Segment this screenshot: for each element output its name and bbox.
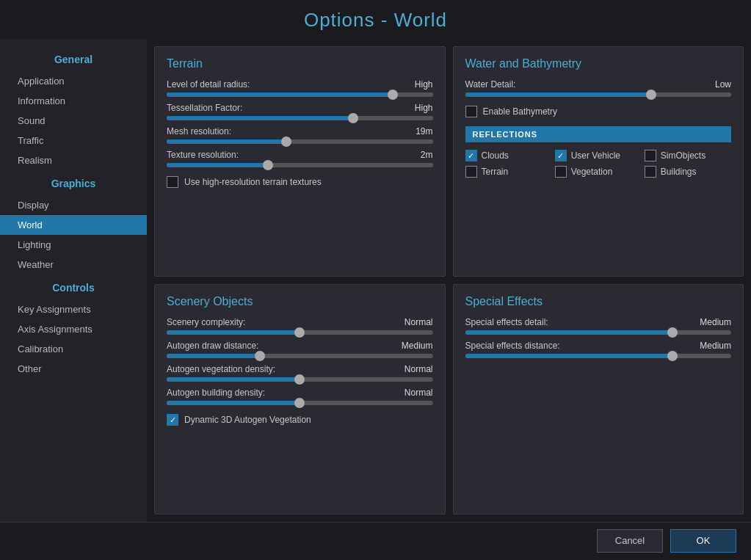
reflect-buildings-label: Buildings (661, 167, 697, 177)
terrain-texture-track[interactable] (167, 163, 433, 167)
cancel-button[interactable]: Cancel (597, 529, 663, 553)
reflect-terrain-checkbox[interactable] (465, 166, 477, 178)
sidebar-item-application[interactable]: Application (0, 71, 147, 91)
page-title: Options - World (0, 0, 751, 39)
sidebar-item-axis-assignments[interactable]: Axis Assignments (0, 319, 147, 339)
water-panel: Water and Bathymetry Water Detail: Low E… (453, 46, 744, 277)
bathymetry-label: Enable Bathymetry (483, 106, 557, 117)
water-detail-value: Low (715, 79, 731, 90)
reflect-terrain-label: Terrain (482, 167, 509, 177)
ok-button[interactable]: OK (670, 529, 736, 553)
footer: Cancel OK (0, 522, 751, 559)
reflect-buildings-item: Buildings (645, 166, 731, 178)
autogen-bld-track[interactable] (167, 401, 433, 405)
autogen-bld-row: Autogen building density: Normal (167, 388, 433, 405)
sidebar-item-information[interactable]: Information (0, 91, 147, 111)
reflect-clouds-checkbox[interactable] (465, 150, 477, 161)
terrain-texture-value: 2m (421, 150, 433, 160)
terrain-lod-track[interactable] (167, 92, 433, 97)
terrain-texture-label: Texture resolution: (167, 150, 239, 160)
terrain-hires-row: Use high-resolution terrain textures (167, 176, 433, 188)
sidebar-item-calibration[interactable]: Calibration (0, 339, 147, 359)
reflect-vegetation-checkbox[interactable] (555, 166, 567, 178)
water-title: Water and Bathymetry (465, 57, 732, 70)
special-effects-title: Special Effects (465, 295, 732, 308)
terrain-lod-row: Level of detail radius: High (167, 79, 433, 97)
reflections-grid: Clouds User Vehicle SimObjects Terrain V… (465, 150, 732, 178)
autogen-dist-row: Autogen draw distance: Medium (167, 341, 433, 358)
reflect-user-vehicle-item: User Vehicle (555, 150, 642, 161)
autogen-dist-track[interactable] (167, 354, 433, 358)
reflect-vegetation-item: Vegetation (555, 166, 642, 178)
sidebar-group-general: General (0, 46, 147, 71)
special-distance-track[interactable] (465, 354, 732, 358)
special-detail-label: Special effects detail: (465, 317, 548, 327)
sidebar-group-graphics: Graphics (0, 170, 147, 195)
sidebar: General Application Information Sound Tr… (0, 39, 147, 522)
terrain-mesh-value: 19m (416, 126, 432, 137)
terrain-tess-value: High (415, 103, 433, 113)
autogen-veg-value: Normal (404, 364, 433, 374)
terrain-mesh-row: Mesh resolution: 19m (167, 126, 433, 144)
terrain-title: Terrain (167, 57, 433, 70)
reflect-terrain-item: Terrain (465, 166, 552, 178)
reflect-user-vehicle-label: User Vehicle (571, 150, 620, 161)
scenery-complexity-value: Normal (404, 317, 433, 327)
special-distance-label: Special effects distance: (465, 341, 560, 351)
special-effects-panel: Special Effects Special effects detail: … (453, 284, 744, 514)
special-detail-row: Special effects detail: Medium (465, 317, 732, 335)
terrain-panel: Terrain Level of detail radius: High Tes… (154, 46, 446, 277)
reflect-user-vehicle-checkbox[interactable] (555, 150, 567, 161)
reflect-clouds-item: Clouds (465, 150, 552, 161)
dynamic-vegetation-row: Dynamic 3D Autogen Vegetation (167, 414, 433, 426)
reflect-clouds-label: Clouds (482, 150, 509, 161)
bathymetry-row: Enable Bathymetry (465, 106, 732, 117)
terrain-lod-label: Level of detail radius: (167, 79, 250, 90)
terrain-tess-row: Tessellation Factor: High (167, 103, 433, 120)
reflect-simobjects-checkbox[interactable] (645, 150, 656, 161)
dynamic-vegetation-checkbox[interactable] (167, 414, 178, 426)
terrain-mesh-track[interactable] (167, 139, 433, 144)
terrain-tess-track[interactable] (167, 116, 433, 120)
autogen-veg-track[interactable] (167, 377, 433, 382)
scenery-title: Scenery Objects (167, 295, 433, 308)
terrain-hires-label: Use high-resolution terrain textures (184, 177, 322, 187)
water-detail-track[interactable] (465, 92, 732, 97)
sidebar-item-world[interactable]: World (0, 215, 147, 235)
scenery-complexity-row: Scenery complexity: Normal (167, 317, 433, 335)
scenery-panel: Scenery Objects Scenery complexity: Norm… (154, 284, 446, 514)
scenery-complexity-label: Scenery complexity: (167, 317, 245, 327)
dynamic-vegetation-label: Dynamic 3D Autogen Vegetation (184, 415, 311, 425)
content-area: Terrain Level of detail radius: High Tes… (147, 39, 751, 522)
special-detail-value: Medium (700, 317, 731, 327)
sidebar-item-lighting[interactable]: Lighting (0, 235, 147, 255)
reflect-vegetation-label: Vegetation (571, 167, 613, 177)
terrain-hires-checkbox[interactable] (167, 176, 178, 188)
sidebar-item-display[interactable]: Display (0, 195, 147, 215)
bathymetry-checkbox[interactable] (465, 106, 477, 117)
special-distance-row: Special effects distance: Medium (465, 341, 732, 358)
sidebar-item-realism[interactable]: Realism (0, 150, 147, 170)
scenery-complexity-track[interactable] (167, 330, 433, 335)
sidebar-item-other[interactable]: Other (0, 359, 147, 379)
sidebar-item-sound[interactable]: Sound (0, 111, 147, 131)
reflections-bar: REFLECTIONS (465, 126, 732, 142)
reflect-buildings-checkbox[interactable] (645, 166, 656, 178)
reflect-simobjects-item: SimObjects (645, 150, 731, 161)
terrain-tess-label: Tessellation Factor: (167, 103, 242, 113)
water-detail-label: Water Detail: (465, 79, 516, 90)
water-detail-row: Water Detail: Low (465, 79, 732, 97)
special-detail-track[interactable] (465, 330, 732, 335)
autogen-dist-label: Autogen draw distance: (167, 341, 258, 351)
autogen-veg-row: Autogen vegetation density: Normal (167, 364, 433, 382)
terrain-texture-row: Texture resolution: 2m (167, 150, 433, 167)
sidebar-group-controls: Controls (0, 274, 147, 299)
autogen-veg-label: Autogen vegetation density: (167, 364, 275, 374)
reflect-simobjects-label: SimObjects (661, 150, 705, 161)
terrain-mesh-label: Mesh resolution: (167, 126, 231, 137)
sidebar-item-weather[interactable]: Weather (0, 255, 147, 274)
sidebar-item-key-assignments[interactable]: Key Assignments (0, 299, 147, 319)
sidebar-item-traffic[interactable]: Traffic (0, 131, 147, 150)
terrain-lod-value: High (415, 79, 433, 90)
special-distance-value: Medium (700, 341, 731, 351)
